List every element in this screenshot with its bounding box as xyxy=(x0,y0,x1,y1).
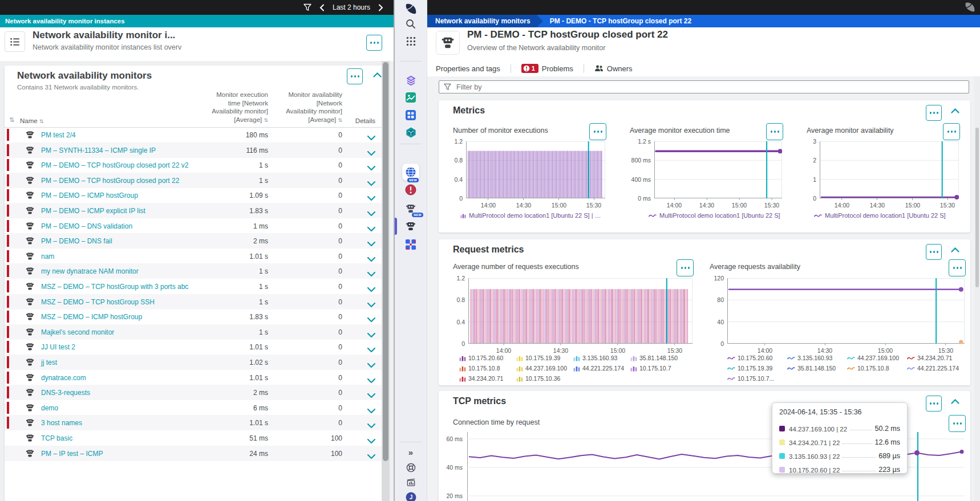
row-expand-chevron-icon[interactable] xyxy=(367,268,375,279)
monitor-name-link[interactable]: demo xyxy=(41,404,58,412)
monitor-name-link[interactable]: PM – DEMO – DNS fail xyxy=(41,237,112,245)
tab-problems[interactable]: 1 Problems xyxy=(519,64,576,73)
monitor-name-link[interactable]: MSZ – DEMO – TCP hostGroup SSH xyxy=(41,298,155,306)
legend-item[interactable]: 35.81.148.150 xyxy=(787,365,836,372)
row-expand-chevron-icon[interactable] xyxy=(367,390,375,400)
request-metrics-more-button[interactable] xyxy=(926,244,942,260)
legend-item[interactable]: 34.234.20.71 xyxy=(459,375,503,382)
monitor-name-link[interactable]: PM – DEMO – ICMP explicit IP list xyxy=(41,207,145,215)
chart-more-button-connection-time[interactable] xyxy=(949,415,966,432)
row-expand-chevron-icon[interactable] xyxy=(367,162,375,173)
legend-item[interactable]: 10.175.20.60 xyxy=(727,355,772,361)
legend-item[interactable]: 35.81.148.150 xyxy=(630,355,678,361)
legend-item[interactable]: 44.237.169.100 xyxy=(516,365,567,372)
monitors-card-more-button[interactable] xyxy=(347,68,363,84)
web-app-tile-icon[interactable]: NEW xyxy=(402,164,419,181)
chart-more-button-average-number-of-requests-executions[interactable] xyxy=(677,259,694,276)
monitor-name-link[interactable]: my new dynatrace NAM monitor xyxy=(41,267,139,275)
dashboards-app-icon[interactable] xyxy=(395,91,427,104)
problems-app-icon[interactable] xyxy=(395,183,427,197)
legend-item[interactable]: 44.237.169.100 xyxy=(847,355,899,361)
tcp-metrics-more-button[interactable] xyxy=(926,396,942,412)
monitor-name-link[interactable]: PM – DEMO – DNS validation xyxy=(41,222,132,230)
row-expand-chevron-icon[interactable] xyxy=(367,223,375,234)
chart-more-button-average-monitor-availability[interactable] xyxy=(943,123,960,140)
monitor-name-link[interactable]: jj test xyxy=(41,359,57,366)
time-back-chevron-icon[interactable] xyxy=(319,4,325,11)
row-expand-chevron-icon[interactable] xyxy=(367,329,375,340)
monitor-name-link[interactable]: JJ UI test 2 xyxy=(41,343,75,351)
breadcrumb-parent[interactable]: Network availability monitors xyxy=(427,15,543,27)
dynatrace-logo-icon[interactable] xyxy=(395,2,427,15)
metrics-more-button[interactable] xyxy=(926,105,942,121)
left-header-more-button[interactable] xyxy=(366,35,382,51)
monitor-name-link[interactable]: 3 host names xyxy=(41,419,82,427)
services-app-icon[interactable] xyxy=(395,237,427,252)
legend-item[interactable]: 10.175.10.8 xyxy=(459,365,500,372)
row-expand-chevron-icon[interactable] xyxy=(367,420,375,430)
monitor-name-link[interactable]: PM – DEMO – TCP hostGroup closed port 22 xyxy=(41,177,179,185)
chart-more-button-average-monitor-execution-time[interactable] xyxy=(766,123,783,140)
row-expand-chevron-icon[interactable] xyxy=(367,193,375,203)
legend-item[interactable]: 10.175.10.8 xyxy=(847,365,889,372)
legend-item[interactable]: 10.175.19.39 xyxy=(727,365,772,372)
synthetic-app-icon[interactable]: NEW xyxy=(395,201,427,217)
left-scrollbar-thumb[interactable] xyxy=(383,62,388,461)
legend-item[interactable]: 10.175.20.60 xyxy=(459,355,503,361)
user-avatar[interactable]: J xyxy=(395,491,427,501)
monitor-name-link[interactable]: TCP basic xyxy=(41,434,72,442)
row-expand-chevron-icon[interactable] xyxy=(367,284,375,294)
row-expand-chevron-icon[interactable] xyxy=(367,208,375,218)
left-scrollbar[interactable] xyxy=(382,61,390,501)
request-metrics-collapse-icon[interactable] xyxy=(951,247,959,252)
tab-owners[interactable]: Owners xyxy=(592,64,635,73)
right-scrollbar[interactable] xyxy=(974,76,980,501)
monitor-name-link[interactable]: Majkel's second monitor xyxy=(41,328,114,336)
row-expand-chevron-icon[interactable] xyxy=(367,435,375,446)
legend-item[interactable]: 10.175.10.7... xyxy=(727,375,774,382)
tcp-metrics-collapse-icon[interactable] xyxy=(951,399,959,404)
monitor-name-link[interactable]: MSZ – DEMO – TCP hostGroup with 3 ports … xyxy=(41,283,188,291)
chart-more-button-number-of-monitor-executions[interactable] xyxy=(589,123,606,140)
legend-item[interactable]: 10.175.19.39 xyxy=(516,355,560,361)
column-name-header[interactable]: Name ⇅ xyxy=(20,117,43,124)
reports-chart-icon[interactable] xyxy=(395,476,427,488)
row-expand-chevron-icon[interactable] xyxy=(367,314,375,324)
search-icon[interactable] xyxy=(395,17,427,31)
monitors-card-collapse-icon[interactable] xyxy=(373,72,382,78)
monitor-name-link[interactable]: MSZ – DEMO – ICMP hostGroup xyxy=(41,313,142,321)
time-forward-chevron-icon[interactable] xyxy=(378,4,383,11)
column-availability-header[interactable]: Monitor availability[NetworkAvailability… xyxy=(274,91,342,124)
legend-item[interactable]: 34.234.20.71 xyxy=(907,355,952,361)
row-expand-chevron-icon[interactable] xyxy=(367,299,375,309)
filter-input[interactable] xyxy=(455,83,964,92)
row-expand-chevron-icon[interactable] xyxy=(367,375,375,385)
row-expand-chevron-icon[interactable] xyxy=(367,360,375,370)
monitor-name-link[interactable]: nam xyxy=(41,252,54,260)
extensions-app-icon[interactable] xyxy=(395,108,427,122)
row-expand-chevron-icon[interactable] xyxy=(367,148,375,158)
chart-legend-average-monitor-availability[interactable]: MultiProtocol demo location1 [Ubuntu 22 … xyxy=(814,212,959,219)
monitor-name-link[interactable]: PM – SYNTH-11334 – ICMP single IP xyxy=(41,146,156,154)
apps-grid-icon[interactable] xyxy=(395,34,427,48)
legend-item[interactable]: 10.175.10.7 xyxy=(630,365,671,372)
monitor-name-link[interactable]: PM – DEMO – ICMP hostGroup xyxy=(41,192,138,199)
row-expand-chevron-icon[interactable] xyxy=(367,344,375,355)
clouds-app-icon[interactable] xyxy=(395,74,427,87)
monitor-name-link[interactable]: PM – IP test – ICMP xyxy=(41,450,103,458)
row-expand-chevron-icon[interactable] xyxy=(367,178,375,188)
breadcrumb-current[interactable]: PM - DEMO - TCP hostGroup closed port 22 xyxy=(550,15,691,27)
monitor-name-link[interactable]: PM – DEMO – TCP hostGroup closed port 22… xyxy=(41,161,188,169)
chart-more-button-average-requests-availability[interactable] xyxy=(949,259,966,276)
monitor-name-link[interactable]: PM test 2/4 xyxy=(41,131,76,139)
row-expand-chevron-icon[interactable] xyxy=(367,132,375,142)
row-sort-icon[interactable]: ⇅ xyxy=(9,116,14,124)
filter-input-box[interactable] xyxy=(439,80,969,93)
legend-item[interactable]: 3.135.160.93 xyxy=(787,355,832,361)
legend-item[interactable]: 10.175.10.36 xyxy=(516,375,560,382)
row-expand-chevron-icon[interactable] xyxy=(367,405,375,416)
kubernetes-app-icon[interactable] xyxy=(395,125,427,139)
legend-item[interactable]: 44.221.225.174 xyxy=(573,365,624,372)
expand-rail-icon[interactable]: » xyxy=(395,446,427,458)
monitor-name-link[interactable]: dynatrace.com xyxy=(41,374,86,382)
